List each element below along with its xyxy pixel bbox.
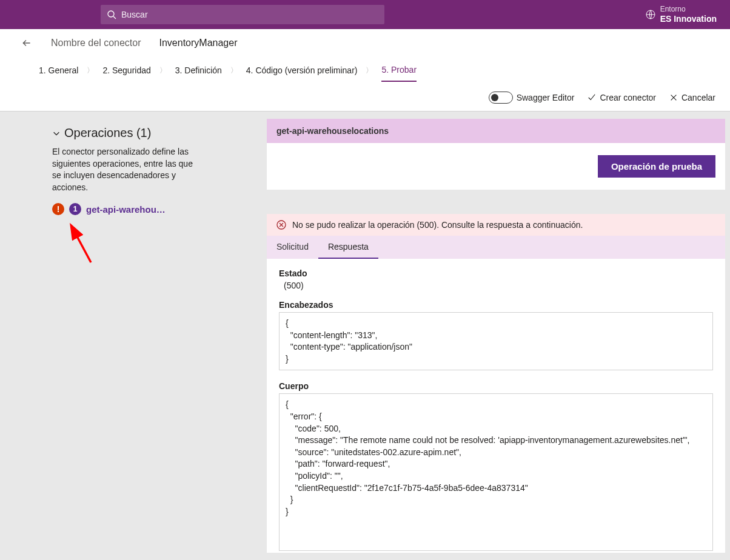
swagger-label: Swagger Editor [517, 93, 575, 102]
headers-value[interactable]: { "content-length": "313", "content-type… [279, 312, 713, 370]
chevron-right-icon: 〉 [366, 65, 373, 76]
connector-name: InventoryManager [159, 38, 238, 48]
headers-label: Encabezados [279, 300, 713, 310]
chevron-right-icon: 〉 [230, 65, 238, 76]
status-value: (500) [284, 281, 713, 290]
environment-selector[interactable]: Entorno ES Innovation [646, 5, 720, 24]
operation-index-badge: 1 [69, 203, 81, 215]
wizard-step-code[interactable]: 4. Código (versión preliminar) [246, 59, 358, 81]
close-icon [669, 93, 678, 102]
svg-line-1 [113, 16, 116, 19]
error-message: No se pudo realizar la operación (500). … [292, 220, 583, 230]
wizard-step-general[interactable]: 1. General [39, 59, 78, 81]
error-banner: No se pudo realizar la operación (500). … [267, 214, 725, 236]
request-response-tabs: Solicitud Respuesta [267, 236, 725, 259]
create-connector-button[interactable]: Crear conector [588, 93, 656, 102]
response-content: Estado (500) Encabezados { "content-leng… [267, 259, 725, 553]
toggle-switch[interactable] [489, 92, 513, 104]
operations-description: El conector personalizado define las sig… [52, 146, 198, 193]
main-content: Operaciones (1) El conector personalizad… [0, 112, 730, 560]
operation-title-bar: get-api-warehouselocations [267, 119, 725, 143]
operations-header[interactable]: Operaciones (1) [52, 126, 233, 140]
tab-request[interactable]: Solicitud [267, 236, 318, 259]
cancel-label: Cancelar [681, 93, 715, 102]
operation-item[interactable]: ! 1 get-api-warehou… [52, 203, 233, 215]
annotation-arrow [65, 222, 246, 273]
check-icon [588, 93, 596, 102]
search-input[interactable] [121, 10, 378, 19]
operations-panel: Operaciones (1) El conector personalizad… [0, 112, 255, 560]
wizard-step-security[interactable]: 2. Seguridad [102, 59, 150, 81]
chevron-down-icon [52, 129, 61, 138]
error-icon [276, 220, 286, 230]
test-operation-row: Operación de prueba [267, 143, 725, 190]
warning-icon: ! [52, 203, 64, 215]
back-button[interactable] [15, 38, 39, 48]
body-label: Cuerpo [279, 381, 713, 391]
search-icon [107, 10, 116, 19]
cancel-button[interactable]: Cancelar [669, 93, 715, 102]
tab-response[interactable]: Respuesta [318, 236, 378, 259]
connector-header-row: Nombre del conector InventoryManager [0, 29, 730, 57]
svg-line-4 [73, 228, 91, 262]
test-operation-button[interactable]: Operación de prueba [598, 155, 715, 178]
environment-label: Entorno [660, 5, 717, 13]
wizard-steps: 1. General 〉 2. Seguridad 〉 3. Definició… [0, 57, 730, 84]
arrow-left-icon [21, 38, 32, 48]
operation-detail-panel: get-api-warehouselocations Operación de … [255, 112, 730, 560]
body-value[interactable]: { "error": { "code": 500, "message": "Th… [279, 393, 713, 551]
wizard-step-definition[interactable]: 3. Definición [175, 59, 222, 81]
environment-value: ES Innovation [660, 14, 717, 24]
create-connector-label: Crear conector [600, 93, 656, 102]
action-bar: Swagger Editor Crear conector Cancelar [0, 84, 730, 112]
wizard-step-test[interactable]: 5. Probar [381, 59, 417, 82]
operations-title: Operaciones (1) [64, 126, 151, 140]
status-label: Estado [279, 268, 713, 278]
operation-name: get-api-warehou… [86, 204, 166, 215]
environment-text: Entorno ES Innovation [660, 5, 717, 24]
app-header: Entorno ES Innovation [0, 0, 730, 29]
svg-point-0 [108, 11, 114, 17]
globe-icon [646, 10, 655, 19]
chevron-right-icon: 〉 [159, 65, 167, 76]
swagger-toggle[interactable]: Swagger Editor [489, 92, 575, 104]
chevron-right-icon: 〉 [87, 65, 94, 76]
search-box[interactable] [101, 5, 384, 24]
connector-label: Nombre del conector [51, 38, 141, 48]
